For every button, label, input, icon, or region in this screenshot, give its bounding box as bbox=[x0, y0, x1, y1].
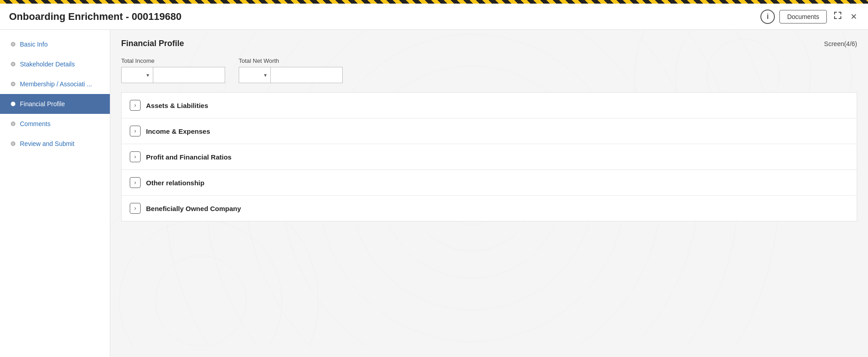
sidebar-item-stakeholder-details[interactable]: Stakeholder Details bbox=[0, 54, 110, 74]
total-net-worth-amount-input[interactable] bbox=[270, 67, 343, 83]
total-income-group: Total Income USD EUR ▼ bbox=[121, 57, 225, 83]
total-income-input-group: USD EUR ▼ bbox=[121, 67, 225, 83]
screen-number: Screen(4/6) bbox=[824, 40, 857, 47]
info-button[interactable]: i bbox=[760, 9, 775, 24]
sections-group: › Assets & Liabilities › Income & Expens… bbox=[121, 92, 857, 221]
assets-liabilities-chevron: › bbox=[130, 100, 141, 111]
other-relationship-section[interactable]: › Other relationship bbox=[122, 170, 857, 196]
form-fields-row: Total Income USD EUR ▼ bbox=[121, 57, 857, 83]
documents-button[interactable]: Documents bbox=[779, 10, 827, 23]
assets-liabilities-label: Assets & Liabilities bbox=[146, 102, 208, 109]
main-window: Onboarding Enrichment - 000119680 i Docu… bbox=[0, 4, 868, 357]
sidebar-item-review-submit[interactable]: Review and Submit bbox=[0, 134, 110, 154]
profit-financial-ratios-chevron: › bbox=[130, 151, 141, 162]
profit-financial-ratios-section[interactable]: › Profit and Financial Ratios bbox=[122, 144, 857, 170]
sidebar-item-basic-info[interactable]: Basic Info bbox=[0, 34, 110, 54]
app-title: Onboarding Enrichment - 000119680 bbox=[9, 11, 181, 23]
title-bar: Onboarding Enrichment - 000119680 i Docu… bbox=[0, 4, 868, 30]
sidebar-dot bbox=[11, 62, 15, 66]
beneficially-owned-section[interactable]: › Beneficially Owned Company bbox=[122, 196, 857, 221]
total-net-worth-input-group: USD EUR ▼ bbox=[239, 67, 343, 83]
section-title: Financial Profile bbox=[121, 39, 184, 48]
assets-liabilities-section[interactable]: › Assets & Liabilities bbox=[122, 93, 857, 118]
total-income-currency-wrap: USD EUR ▼ bbox=[121, 67, 153, 83]
title-bar-right: i Documents ✕ bbox=[760, 9, 859, 24]
total-net-worth-currency-select[interactable]: USD EUR bbox=[239, 67, 270, 83]
sidebar-dot bbox=[11, 122, 15, 126]
sidebar-dot bbox=[11, 42, 15, 47]
other-relationship-chevron: › bbox=[130, 177, 141, 188]
sidebar: Basic Info Stakeholder Details Membershi… bbox=[0, 30, 110, 357]
income-expenses-chevron: › bbox=[130, 126, 141, 136]
profit-financial-ratios-label: Profit and Financial Ratios bbox=[146, 153, 231, 161]
sidebar-item-comments[interactable]: Comments bbox=[0, 114, 110, 134]
expand-button[interactable] bbox=[831, 9, 844, 24]
income-expenses-label: Income & Expenses bbox=[146, 127, 210, 135]
sidebar-item-label: Financial Profile bbox=[20, 100, 65, 108]
title-bar-left: Onboarding Enrichment - 000119680 bbox=[9, 11, 181, 23]
income-expenses-section[interactable]: › Income & Expenses bbox=[122, 118, 857, 144]
total-net-worth-currency-wrap: USD EUR ▼ bbox=[239, 67, 270, 83]
sidebar-item-financial-profile[interactable]: Financial Profile bbox=[0, 94, 110, 114]
main-content: Basic Info Stakeholder Details Membershi… bbox=[0, 30, 868, 357]
sidebar-dot bbox=[11, 102, 15, 106]
sidebar-item-label: Stakeholder Details bbox=[20, 61, 75, 68]
sidebar-dot bbox=[11, 82, 15, 86]
total-income-label: Total Income bbox=[121, 57, 225, 64]
total-net-worth-group: Total Net Worth USD EUR ▼ bbox=[239, 57, 343, 83]
screen-header: Financial Profile Screen(4/6) bbox=[121, 39, 857, 48]
close-button[interactable]: ✕ bbox=[849, 10, 859, 23]
content-inner: Financial Profile Screen(4/6) Total Inco… bbox=[110, 30, 868, 329]
sidebar-item-label: Membership / Associati ... bbox=[20, 80, 92, 88]
beneficially-owned-chevron: › bbox=[130, 203, 141, 214]
sidebar-dot bbox=[11, 141, 15, 146]
sidebar-item-label: Review and Submit bbox=[20, 140, 75, 147]
sidebar-item-membership[interactable]: Membership / Associati ... bbox=[0, 74, 110, 94]
beneficially-owned-label: Beneficially Owned Company bbox=[146, 205, 241, 212]
total-income-amount-input[interactable] bbox=[153, 67, 225, 83]
total-net-worth-label: Total Net Worth bbox=[239, 57, 343, 64]
other-relationship-label: Other relationship bbox=[146, 179, 204, 187]
sidebar-item-label: Basic Info bbox=[20, 41, 47, 48]
top-stripe bbox=[0, 0, 868, 4]
sidebar-item-label: Comments bbox=[20, 120, 51, 127]
total-income-currency-select[interactable]: USD EUR bbox=[121, 67, 153, 83]
content-area: .circle-pattern { fill: none; stroke: #c… bbox=[110, 30, 868, 357]
